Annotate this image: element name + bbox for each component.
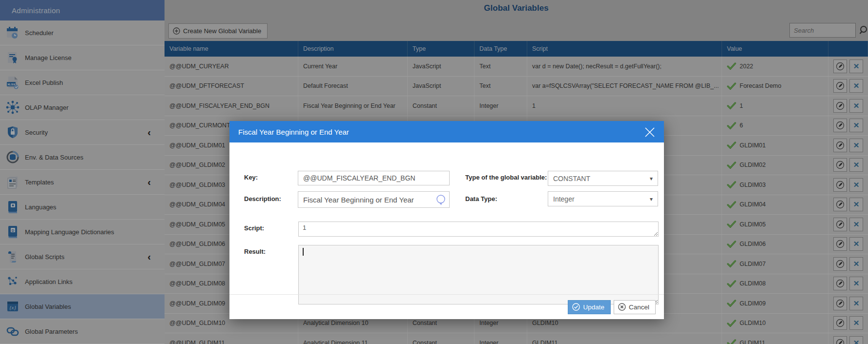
- cancel-button-label: Cancel: [629, 304, 649, 311]
- data-type-select-value: Integer: [553, 195, 575, 203]
- type-label: Type of the global variable:: [465, 174, 547, 181]
- type-select-value: CONSTANT: [553, 175, 590, 182]
- script-label: Script:: [244, 224, 264, 232]
- dialog-body: Key: Type of the global variable: CONSTA…: [229, 142, 664, 294]
- type-select[interactable]: CONSTANT ▾: [548, 171, 658, 186]
- dialog-titlebar: Fiscal Year Beginning or End Year: [229, 121, 664, 142]
- close-icon[interactable]: [642, 125, 657, 140]
- description-label: Description:: [244, 195, 281, 202]
- x-circle-icon: [618, 303, 626, 311]
- cancel-button[interactable]: Cancel: [614, 300, 656, 314]
- chevron-down-icon: ▾: [650, 196, 653, 202]
- data-type-label: Data Type:: [465, 195, 497, 202]
- chevron-down-icon: ▾: [650, 175, 653, 182]
- text-cursor: [303, 248, 304, 256]
- script-textarea[interactable]: 1: [298, 222, 659, 237]
- data-type-select[interactable]: Integer ▾: [548, 191, 658, 206]
- edit-global-variable-dialog: Fiscal Year Beginning or End Year Key: T…: [229, 121, 664, 319]
- dialog-title: Fiscal Year Beginning or End Year: [238, 128, 349, 136]
- check-circle-icon: [572, 303, 580, 311]
- result-label: Result:: [244, 248, 266, 255]
- application-window: Administration Scheduler Manage License …: [0, 0, 868, 344]
- dialog-footer: Update Cancel: [229, 294, 664, 319]
- key-label: Key:: [244, 174, 258, 181]
- update-button[interactable]: Update: [568, 300, 611, 314]
- comment-bubble-icon[interactable]: [435, 194, 447, 207]
- key-field[interactable]: [298, 171, 450, 185]
- update-button-label: Update: [583, 304, 604, 311]
- description-field[interactable]: [298, 191, 450, 208]
